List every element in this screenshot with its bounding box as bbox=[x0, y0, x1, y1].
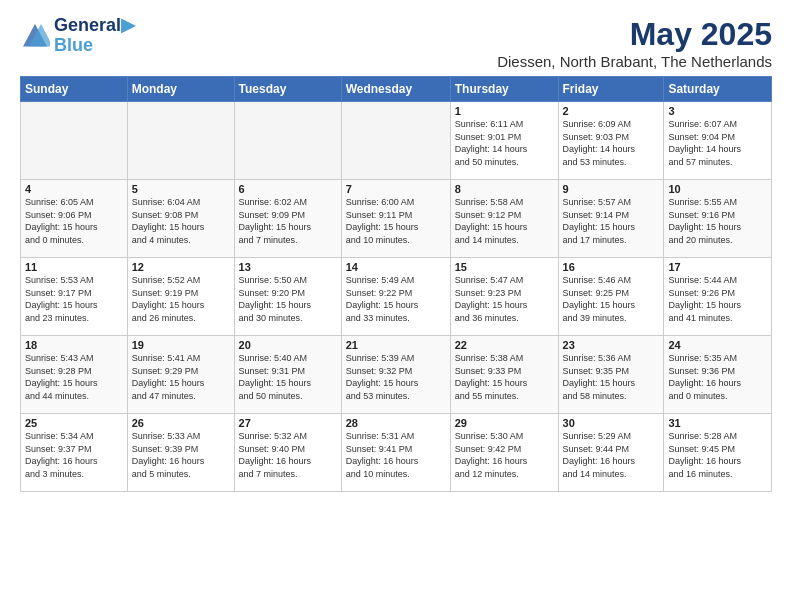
day-info: Sunrise: 5:30 AMSunset: 9:42 PMDaylight:… bbox=[455, 430, 554, 480]
week-row-2: 4Sunrise: 6:05 AMSunset: 9:06 PMDaylight… bbox=[21, 180, 772, 258]
calendar-cell: 30Sunrise: 5:29 AMSunset: 9:44 PMDayligh… bbox=[558, 414, 664, 492]
day-number: 15 bbox=[455, 261, 554, 273]
day-info: Sunrise: 6:11 AMSunset: 9:01 PMDaylight:… bbox=[455, 118, 554, 168]
logo-text: General▶ Blue bbox=[54, 16, 135, 56]
day-number: 16 bbox=[563, 261, 660, 273]
day-info: Sunrise: 5:49 AMSunset: 9:22 PMDaylight:… bbox=[346, 274, 446, 324]
day-info: Sunrise: 5:44 AMSunset: 9:26 PMDaylight:… bbox=[668, 274, 767, 324]
calendar-cell: 9Sunrise: 5:57 AMSunset: 9:14 PMDaylight… bbox=[558, 180, 664, 258]
day-info: Sunrise: 6:05 AMSunset: 9:06 PMDaylight:… bbox=[25, 196, 123, 246]
calendar-cell: 17Sunrise: 5:44 AMSunset: 9:26 PMDayligh… bbox=[664, 258, 772, 336]
calendar-cell: 31Sunrise: 5:28 AMSunset: 9:45 PMDayligh… bbox=[664, 414, 772, 492]
day-info: Sunrise: 5:38 AMSunset: 9:33 PMDaylight:… bbox=[455, 352, 554, 402]
day-number: 6 bbox=[239, 183, 337, 195]
calendar-cell: 7Sunrise: 6:00 AMSunset: 9:11 PMDaylight… bbox=[341, 180, 450, 258]
day-number: 27 bbox=[239, 417, 337, 429]
col-header-tuesday: Tuesday bbox=[234, 77, 341, 102]
day-info: Sunrise: 5:43 AMSunset: 9:28 PMDaylight:… bbox=[25, 352, 123, 402]
calendar-cell: 29Sunrise: 5:30 AMSunset: 9:42 PMDayligh… bbox=[450, 414, 558, 492]
day-number: 10 bbox=[668, 183, 767, 195]
calendar-cell: 4Sunrise: 6:05 AMSunset: 9:06 PMDaylight… bbox=[21, 180, 128, 258]
day-info: Sunrise: 5:40 AMSunset: 9:31 PMDaylight:… bbox=[239, 352, 337, 402]
day-number: 8 bbox=[455, 183, 554, 195]
calendar-cell: 19Sunrise: 5:41 AMSunset: 9:29 PMDayligh… bbox=[127, 336, 234, 414]
calendar-cell: 2Sunrise: 6:09 AMSunset: 9:03 PMDaylight… bbox=[558, 102, 664, 180]
calendar-cell bbox=[21, 102, 128, 180]
calendar-cell: 16Sunrise: 5:46 AMSunset: 9:25 PMDayligh… bbox=[558, 258, 664, 336]
calendar-cell: 15Sunrise: 5:47 AMSunset: 9:23 PMDayligh… bbox=[450, 258, 558, 336]
calendar-cell: 14Sunrise: 5:49 AMSunset: 9:22 PMDayligh… bbox=[341, 258, 450, 336]
day-number: 1 bbox=[455, 105, 554, 117]
day-info: Sunrise: 5:32 AMSunset: 9:40 PMDaylight:… bbox=[239, 430, 337, 480]
day-info: Sunrise: 5:29 AMSunset: 9:44 PMDaylight:… bbox=[563, 430, 660, 480]
calendar-cell: 21Sunrise: 5:39 AMSunset: 9:32 PMDayligh… bbox=[341, 336, 450, 414]
day-number: 9 bbox=[563, 183, 660, 195]
day-info: Sunrise: 5:47 AMSunset: 9:23 PMDaylight:… bbox=[455, 274, 554, 324]
day-number: 31 bbox=[668, 417, 767, 429]
day-info: Sunrise: 5:28 AMSunset: 9:45 PMDaylight:… bbox=[668, 430, 767, 480]
calendar-cell bbox=[341, 102, 450, 180]
calendar-cell: 1Sunrise: 6:11 AMSunset: 9:01 PMDaylight… bbox=[450, 102, 558, 180]
calendar-cell bbox=[127, 102, 234, 180]
day-number: 13 bbox=[239, 261, 337, 273]
logo: General▶ Blue bbox=[20, 16, 135, 56]
calendar-cell: 3Sunrise: 6:07 AMSunset: 9:04 PMDaylight… bbox=[664, 102, 772, 180]
day-number: 4 bbox=[25, 183, 123, 195]
day-number: 26 bbox=[132, 417, 230, 429]
day-number: 23 bbox=[563, 339, 660, 351]
week-row-1: 1Sunrise: 6:11 AMSunset: 9:01 PMDaylight… bbox=[21, 102, 772, 180]
calendar-cell: 12Sunrise: 5:52 AMSunset: 9:19 PMDayligh… bbox=[127, 258, 234, 336]
logo-icon bbox=[20, 21, 50, 51]
subtitle: Diessen, North Brabant, The Netherlands bbox=[497, 53, 772, 70]
calendar-cell: 27Sunrise: 5:32 AMSunset: 9:40 PMDayligh… bbox=[234, 414, 341, 492]
calendar-cell: 28Sunrise: 5:31 AMSunset: 9:41 PMDayligh… bbox=[341, 414, 450, 492]
header: General▶ Blue May 2025 Diessen, North Br… bbox=[20, 16, 772, 70]
calendar-cell: 6Sunrise: 6:02 AMSunset: 9:09 PMDaylight… bbox=[234, 180, 341, 258]
day-info: Sunrise: 6:07 AMSunset: 9:04 PMDaylight:… bbox=[668, 118, 767, 168]
col-header-friday: Friday bbox=[558, 77, 664, 102]
day-number: 22 bbox=[455, 339, 554, 351]
main-title: May 2025 bbox=[497, 16, 772, 53]
day-info: Sunrise: 5:36 AMSunset: 9:35 PMDaylight:… bbox=[563, 352, 660, 402]
day-number: 29 bbox=[455, 417, 554, 429]
calendar-cell: 25Sunrise: 5:34 AMSunset: 9:37 PMDayligh… bbox=[21, 414, 128, 492]
day-info: Sunrise: 5:39 AMSunset: 9:32 PMDaylight:… bbox=[346, 352, 446, 402]
day-number: 14 bbox=[346, 261, 446, 273]
day-number: 20 bbox=[239, 339, 337, 351]
calendar-cell: 23Sunrise: 5:36 AMSunset: 9:35 PMDayligh… bbox=[558, 336, 664, 414]
day-number: 11 bbox=[25, 261, 123, 273]
day-info: Sunrise: 5:58 AMSunset: 9:12 PMDaylight:… bbox=[455, 196, 554, 246]
calendar-header-row: SundayMondayTuesdayWednesdayThursdayFrid… bbox=[21, 77, 772, 102]
day-info: Sunrise: 5:53 AMSunset: 9:17 PMDaylight:… bbox=[25, 274, 123, 324]
day-number: 21 bbox=[346, 339, 446, 351]
page: General▶ Blue May 2025 Diessen, North Br… bbox=[0, 0, 792, 502]
day-number: 24 bbox=[668, 339, 767, 351]
day-number: 2 bbox=[563, 105, 660, 117]
day-info: Sunrise: 5:57 AMSunset: 9:14 PMDaylight:… bbox=[563, 196, 660, 246]
calendar-cell bbox=[234, 102, 341, 180]
day-info: Sunrise: 5:52 AMSunset: 9:19 PMDaylight:… bbox=[132, 274, 230, 324]
day-number: 5 bbox=[132, 183, 230, 195]
calendar-cell: 22Sunrise: 5:38 AMSunset: 9:33 PMDayligh… bbox=[450, 336, 558, 414]
calendar-cell: 8Sunrise: 5:58 AMSunset: 9:12 PMDaylight… bbox=[450, 180, 558, 258]
day-number: 12 bbox=[132, 261, 230, 273]
day-number: 30 bbox=[563, 417, 660, 429]
week-row-4: 18Sunrise: 5:43 AMSunset: 9:28 PMDayligh… bbox=[21, 336, 772, 414]
day-number: 25 bbox=[25, 417, 123, 429]
week-row-5: 25Sunrise: 5:34 AMSunset: 9:37 PMDayligh… bbox=[21, 414, 772, 492]
day-number: 3 bbox=[668, 105, 767, 117]
calendar-cell: 24Sunrise: 5:35 AMSunset: 9:36 PMDayligh… bbox=[664, 336, 772, 414]
day-info: Sunrise: 5:46 AMSunset: 9:25 PMDaylight:… bbox=[563, 274, 660, 324]
day-info: Sunrise: 6:04 AMSunset: 9:08 PMDaylight:… bbox=[132, 196, 230, 246]
calendar-cell: 13Sunrise: 5:50 AMSunset: 9:20 PMDayligh… bbox=[234, 258, 341, 336]
col-header-monday: Monday bbox=[127, 77, 234, 102]
day-info: Sunrise: 5:35 AMSunset: 9:36 PMDaylight:… bbox=[668, 352, 767, 402]
day-number: 7 bbox=[346, 183, 446, 195]
day-info: Sunrise: 5:55 AMSunset: 9:16 PMDaylight:… bbox=[668, 196, 767, 246]
col-header-saturday: Saturday bbox=[664, 77, 772, 102]
day-info: Sunrise: 6:02 AMSunset: 9:09 PMDaylight:… bbox=[239, 196, 337, 246]
day-info: Sunrise: 5:31 AMSunset: 9:41 PMDaylight:… bbox=[346, 430, 446, 480]
week-row-3: 11Sunrise: 5:53 AMSunset: 9:17 PMDayligh… bbox=[21, 258, 772, 336]
day-info: Sunrise: 5:34 AMSunset: 9:37 PMDaylight:… bbox=[25, 430, 123, 480]
day-info: Sunrise: 6:09 AMSunset: 9:03 PMDaylight:… bbox=[563, 118, 660, 168]
